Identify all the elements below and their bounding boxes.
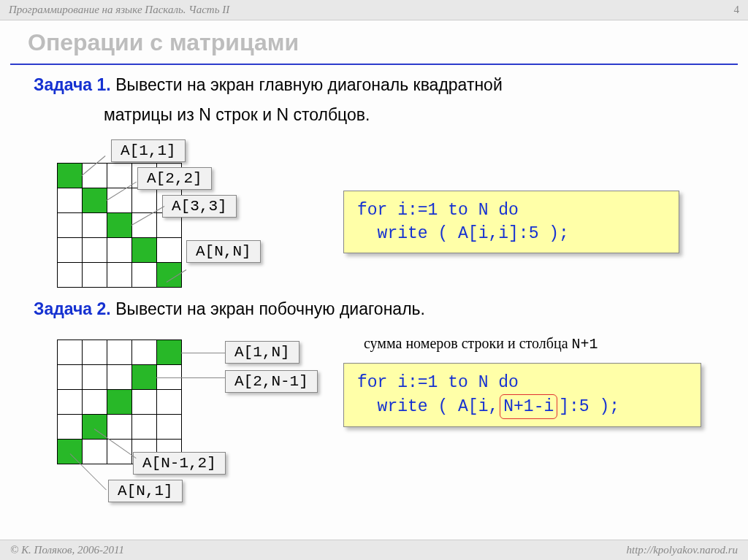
header-bar: Программирование на языке Паскаль. Часть…: [0, 0, 748, 20]
highlight-expr: N+1-i: [500, 394, 557, 419]
hint-sum: сумма номеров строки и столбца N+1: [364, 335, 598, 353]
code-task1: for i:=1 to N do write ( A[i,i]:5 );: [343, 191, 679, 253]
task2-text: Задача 2. Вывести на экран побочную диаг…: [34, 299, 748, 319]
task1-text-line2: матрицы из N строк и N столбцов.: [104, 105, 748, 125]
task1-text: Задача 1. Вывести на экран главную диаго…: [34, 75, 748, 95]
task1-label: Задача 1.: [34, 75, 111, 94]
leader: [181, 353, 225, 353]
label-a1n: A[1,N]: [225, 341, 299, 364]
header-title: Программирование на языке Паскаль. Часть…: [9, 4, 229, 16]
label-a2n1: A[2,N-1]: [225, 370, 318, 393]
footer-url: http://kpolyakov.narod.ru: [627, 544, 738, 556]
leader: [156, 377, 225, 378]
label-a11: A[1,1]: [111, 139, 186, 162]
title-underline: [10, 64, 738, 65]
label-ann: A[N,N]: [186, 240, 261, 263]
footer-bar: © К. Поляков, 2006-2011 http://kpolyakov…: [0, 540, 748, 560]
label-an12: A[N-1,2]: [133, 452, 226, 475]
footer-copyright: © К. Поляков, 2006-2011: [10, 544, 124, 556]
task2-label: Задача 2.: [34, 299, 111, 318]
slide-title: Операции с матрицами: [28, 29, 748, 56]
label-a22: A[2,2]: [137, 167, 212, 190]
label-an1: A[N,1]: [108, 480, 183, 502]
label-a33: A[3,3]: [162, 195, 237, 218]
page-number: 4: [734, 4, 740, 16]
code-task2: for i:=1 to N do write ( A[i,N+1-i]:5 );: [343, 363, 701, 427]
